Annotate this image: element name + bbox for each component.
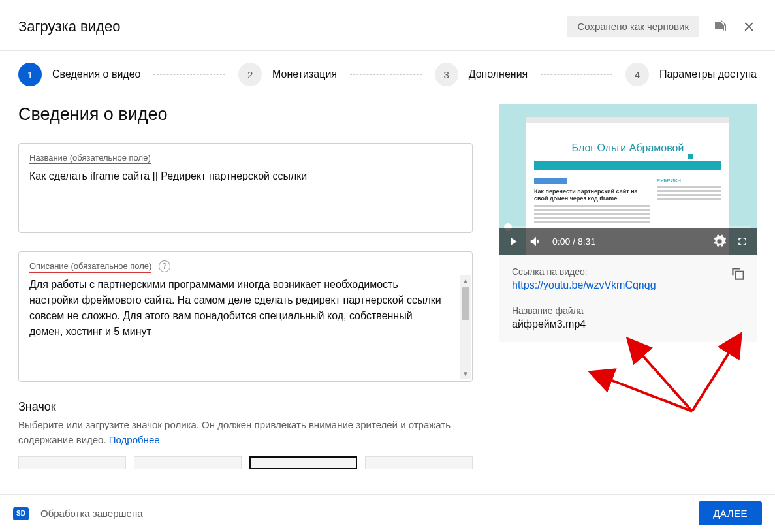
filename-label: Название файла (512, 305, 744, 316)
section-title: Сведения о видео (18, 104, 473, 125)
scroll-thumb[interactable] (462, 287, 469, 320)
next-button[interactable]: ДАЛЕЕ (699, 501, 762, 525)
thumbnail-option[interactable] (365, 456, 473, 469)
dialog-footer: SD Обработка завершена ДАЛЕЕ (0, 494, 775, 532)
preview-nav (534, 161, 721, 170)
step-elements[interactable]: 3 Дополнения (435, 63, 528, 86)
title-input[interactable]: Как сделать iframe сайта || Редирект пар… (29, 168, 462, 184)
step-label: Монетизация (272, 69, 337, 80)
preview-button (534, 178, 567, 184)
description-label: Описание (обязательное поле) (29, 261, 151, 273)
thumbnail-options (18, 456, 473, 469)
copy-link-button[interactable] (729, 265, 746, 285)
details-column: Сведения о видео Название (обязательное … (18, 104, 473, 490)
feedback-icon[interactable] (712, 19, 728, 35)
step-number: 2 (238, 63, 262, 86)
video-preview[interactable]: Блог Ольги Абрамовой Как перенести партн… (499, 104, 757, 255)
play-icon[interactable] (507, 235, 520, 248)
volume-icon[interactable] (529, 234, 543, 249)
step-label: Сведения о видео (52, 69, 140, 80)
description-input[interactable]: Для работы с партнерскими программами ин… (29, 277, 462, 373)
step-number: 1 (18, 63, 42, 86)
step-number: 3 (435, 63, 458, 86)
scroll-down-icon[interactable]: ▼ (460, 368, 471, 379)
close-icon[interactable] (741, 19, 757, 35)
fullscreen-icon[interactable] (736, 235, 749, 248)
step-visibility[interactable]: 4 Параметры доступа (625, 63, 757, 86)
scroll-up-icon[interactable]: ▲ (460, 275, 471, 286)
thumbnail-desc-text: Выберите или загрузите значок ролика. Он… (18, 419, 451, 445)
dialog-header: Загрузка видео Сохранено как черновик (0, 0, 775, 51)
thumbnail-section: Значок Выберите или загрузите значок рол… (18, 400, 473, 469)
video-link[interactable]: https://youtu.be/wzvVkmCqnqg (512, 279, 744, 291)
step-number: 4 (625, 63, 649, 86)
player-controls: 0:00 / 8:31 (499, 228, 757, 255)
step-details[interactable]: 1 Сведения о видео (18, 63, 140, 86)
title-field[interactable]: Название (обязательное поле) Как сделать… (18, 143, 473, 233)
content-area: Сведения о видео Название (обязательное … (0, 98, 775, 490)
draft-status-badge: Сохранено как черновик (567, 16, 699, 37)
description-field[interactable]: Описание (обязательное поле) ? Для работ… (18, 251, 473, 382)
thumbnail-option[interactable] (18, 456, 126, 469)
header-actions: Сохранено как черновик (567, 16, 757, 37)
svg-rect-0 (736, 272, 744, 279)
filename-value: айфрейм3.mp4 (512, 319, 744, 330)
player-time: 0:00 / 8:31 (552, 236, 595, 247)
step-connector (153, 74, 225, 75)
thumbnail-description: Выберите или загрузите значок ролика. Он… (18, 418, 473, 447)
thumbnail-option-selected[interactable] (249, 456, 357, 469)
step-monetization[interactable]: 2 Монетизация (238, 63, 337, 86)
preview-article-title: Как перенести партнерский сайт на свой д… (534, 188, 650, 202)
video-info-panel: Ссылка на видео: https://youtu.be/wzvVkm… (499, 255, 757, 342)
step-label: Дополнения (469, 69, 528, 80)
preview-blog-title: Блог Ольги Абрамовой (534, 142, 721, 154)
description-scrollbar[interactable]: ▲ ▼ (460, 275, 471, 379)
title-label: Название (обязательное поле) (29, 153, 151, 164)
thumbnail-option[interactable] (134, 456, 242, 469)
video-link-label: Ссылка на видео: (512, 266, 744, 277)
thumbnail-title: Значок (18, 400, 473, 414)
step-connector (350, 74, 422, 75)
sd-quality-badge: SD (13, 507, 29, 520)
help-icon[interactable]: ? (159, 260, 170, 272)
dialog-title: Загрузка видео (18, 18, 120, 35)
preview-sidebar-title: РУБРИКИ (657, 178, 721, 183)
processing-status: Обработка завершена (40, 508, 699, 519)
thumbnail-more-link[interactable]: Подробнее (109, 434, 160, 445)
settings-icon[interactable] (712, 234, 727, 249)
step-label: Параметры доступа (659, 69, 757, 80)
step-connector (541, 74, 612, 75)
upload-stepper: 1 Сведения о видео 2 Монетизация 3 Допол… (0, 51, 775, 98)
preview-column: Блог Ольги Абрамовой Как перенести партн… (499, 104, 757, 490)
